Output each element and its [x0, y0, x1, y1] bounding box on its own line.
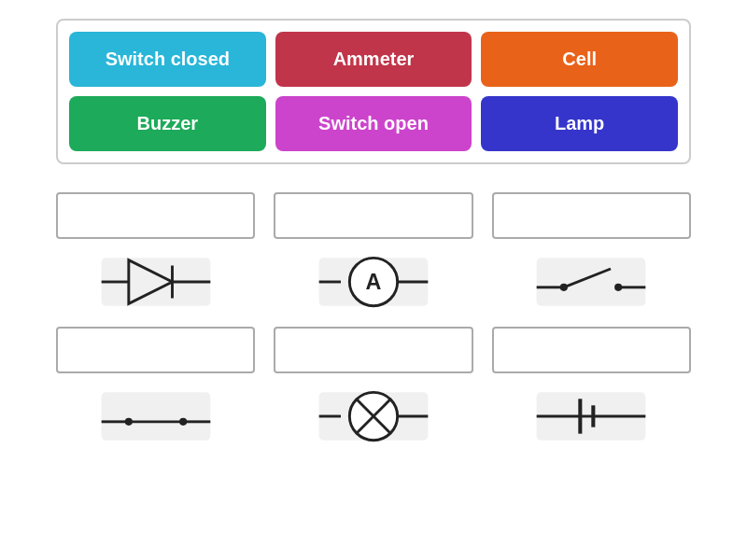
svg-rect-16: [101, 392, 210, 440]
symbol-cell-switch-open: [492, 192, 691, 319]
symbol-cell-lamp: [274, 327, 472, 454]
drop-zone-cell[interactable]: [492, 327, 691, 373]
symbols-grid: A: [56, 192, 691, 461]
symbol-cell-ammeter: A: [274, 192, 472, 319]
btn-ammeter[interactable]: Ammeter: [275, 32, 472, 87]
drop-zone-switch-open[interactable]: [492, 192, 691, 239]
symbol-cell-switch-closed: [56, 327, 255, 454]
btn-switch-closed[interactable]: Switch closed: [69, 32, 266, 87]
btn-buzzer[interactable]: Buzzer: [69, 96, 266, 151]
buzzer-symbol: [56, 245, 255, 319]
btn-switch-open[interactable]: Switch open: [275, 96, 472, 151]
drop-zone-switch-closed[interactable]: [56, 327, 255, 373]
drop-zone-ammeter[interactable]: [274, 192, 472, 239]
buttons-panel: Switch closed Ammeter Cell Buzzer Switch…: [56, 19, 691, 164]
btn-lamp[interactable]: Lamp: [481, 96, 678, 151]
lamp-symbol: [274, 379, 472, 454]
ammeter-symbol: A: [274, 245, 472, 319]
symbol-cell-cell: [492, 327, 691, 454]
svg-rect-10: [537, 258, 646, 305]
btn-cell[interactable]: Cell: [481, 32, 678, 87]
drop-zone-buzzer[interactable]: [56, 192, 255, 239]
main-page: Switch closed Ammeter Cell Buzzer Switch…: [0, 0, 747, 480]
cell-symbol: [492, 379, 691, 454]
svg-text:A: A: [366, 270, 382, 294]
symbol-cell-buzzer: [56, 192, 255, 319]
switch-closed-symbol: [56, 379, 255, 454]
switch-open-symbol: [492, 245, 691, 319]
drop-zone-lamp[interactable]: [274, 327, 472, 373]
